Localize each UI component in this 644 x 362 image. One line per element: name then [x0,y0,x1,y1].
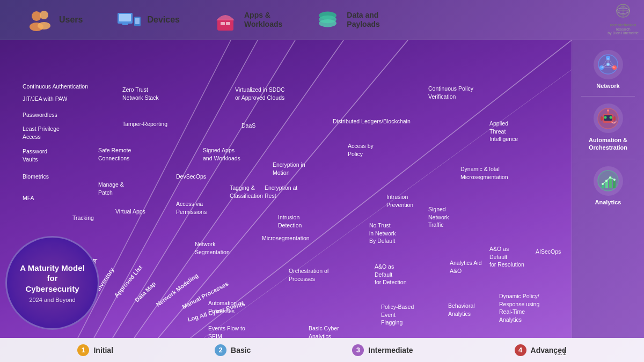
text-mfa: MFA [23,195,34,202]
svg-rect-52 [601,116,603,121]
text-tagging: Tagging &Classification [230,184,263,200]
svg-point-62 [613,179,616,181]
text-daas: DaaS [241,122,255,130]
title-circle: A Maturity Model forCybersecurity 2024 a… [5,236,99,330]
level-2-label: Basic [231,346,251,354]
users-label: Users [59,15,83,25]
svg-point-14 [319,19,336,27]
text-access-perms: Access viaPermissions [176,200,207,216]
users-icon [27,8,54,32]
text-dynamic-microseg: Dynamic &TotalMicrosegmentation [460,165,508,181]
level-initial: 1 Initial [77,344,113,356]
level-intermediate: 3 Intermediate [352,344,413,356]
text-signed-network: SignedNetworkTraffic [428,205,449,229]
text-intrusion-prev: IntrusionPrevention [386,193,413,209]
text-intrusion-detect: IntrusionDetection [278,213,302,229]
svg-point-59 [602,183,604,185]
text-manage-patch: Manage &Patch [98,181,124,196]
svg-point-1 [40,11,48,19]
text-continuous-auth: Continuous Authentication [23,83,88,91]
level-2-number: 2 [215,344,226,356]
analytics-label: Analytics [595,199,621,205]
text-dist-ledger: Distributed Ledgers/Blockchain [333,118,411,125]
text-analytics-aid: Analytics AidA&O [450,259,482,275]
svg-rect-11 [226,22,230,25]
title-sub: 2024 and Beyond [29,297,75,303]
category-devices: Devices [115,8,180,32]
top-header: Users Devices [0,0,644,40]
automation-label: Automation &Orchestration [589,136,627,152]
level-1-number: 1 [77,344,89,356]
text-least-priv: Least PrivilegeAccess [23,125,60,141]
level-3-number: 3 [352,344,364,356]
text-no-trust: No Trustin NetworkBy Default [369,221,396,245]
divider-2 [581,159,634,159]
constellation-logo: constellation research by Dion Hinchclif… [608,3,639,35]
level-3-label: Intermediate [368,346,413,354]
version-label: v1.1 [554,349,566,357]
svg-point-3 [38,22,50,29]
text-biometrics: Biometrics [23,173,49,181]
text-cont-policy: Continuous PolicyVerification [428,85,473,100]
text-tracking: Tracking [72,215,94,222]
category-data: Data and Payloads [314,8,379,32]
right-sidebar: Network [572,40,644,338]
diagram-area: Basic A&A Inventory Approved List Data M… [0,40,572,338]
text-applied-threat: AppliedThreatIntelligence [489,120,518,143]
svg-rect-10 [221,22,225,25]
network-icon [594,50,623,79]
text-virtualized-sddc: Virtualized in SDDCor Approved Clouds [235,86,285,101]
svg-point-48 [604,116,607,119]
automation-icon [594,104,623,133]
text-auto-processes: Automation ofProcesses [208,299,243,315]
data-icon [314,8,341,32]
text-devsecops: DevSecOps [176,173,206,181]
text-ao-resolution: A&O asDefaultfor Resolution [489,245,524,269]
svg-rect-6 [122,24,128,25]
text-policy-event: Policy-BasedEventFlagging [381,303,414,327]
text-dynamic-policy: Dynamic Policy/Response usingReal-TimeAn… [499,292,539,324]
text-password-vaults: PasswordVaults [23,147,47,163]
sidebar-network: Network [575,46,641,93]
svg-point-49 [610,116,612,119]
text-orch-processes: Orchestration ofProcesses [289,267,329,283]
text-jit-jea: JIT/JEA with PAW [23,95,67,103]
text-microseg: Microsegmentation [262,235,310,242]
svg-rect-5 [119,14,131,21]
divider-1 [581,96,634,97]
analytics-icon [594,166,623,196]
data-label: Data and [347,11,379,20]
svg-point-51 [607,109,609,112]
svg-rect-8 [135,18,140,24]
text-encryption-motion: Encryption inMotion [273,161,305,176]
apps-icon [212,8,239,32]
category-users: Users [27,8,83,32]
network-label: Network [596,83,619,89]
level-1-label: Initial [93,346,113,354]
text-signed-apps: Signed Appsand Workloads [203,146,240,162]
category-apps: Apps & Workloads [212,8,282,32]
svg-point-61 [609,176,611,179]
text-tamper-reporting: Tamper-Reporting [122,121,167,128]
header-categories: Users Devices [5,8,639,32]
text-encryption-rest: Encryption atRest [265,184,297,200]
level-4-number: 4 [515,344,526,356]
sidebar-analytics: Analytics [575,162,641,210]
text-access-policy: Access byPolicy [348,142,374,158]
text-safe-remote: Safe RemoteConnections [98,146,131,162]
sidebar-automation: Automation &Orchestration [575,99,641,156]
apps-label: Apps & [244,11,282,20]
devices-icon [115,8,142,32]
svg-rect-9 [217,19,233,31]
svg-point-60 [605,180,608,182]
text-network-seg: NetworkSegmentation [195,240,230,256]
text-zero-trust-network: Zero TrustNetwork Stack [122,86,159,101]
text-ao-detect: A&O asDefaultfor Detection [375,263,407,286]
devices-label: Devices [147,15,180,25]
text-aisecops: AISecOps [536,248,561,256]
level-basic: 2 Basic [215,344,251,356]
text-behavioral: BehavioralAnalytics [448,302,475,317]
bottom-footer: 1 Initial 2 Basic 3 Intermediate 4 Advan… [0,338,644,362]
text-virtual-apps: Virtual Apps [115,208,145,216]
text-passwordless: Passwordless [23,112,57,119]
